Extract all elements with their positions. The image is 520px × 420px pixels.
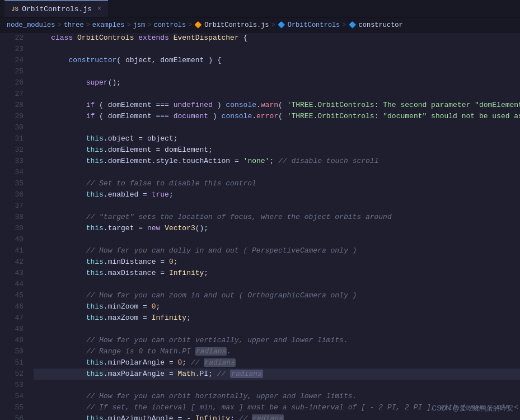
bc-filename: OrbitControls.js xyxy=(204,21,269,29)
code-line-38: // "target" sets the location of focus, … xyxy=(34,212,520,223)
bc-node-modules[interactable]: node_modules xyxy=(7,21,55,29)
code-line-54: // How far you can orbit horizontally, u… xyxy=(34,391,520,402)
bc-sep-5: > xyxy=(188,21,192,29)
ln-22: 22 xyxy=(0,32,24,44)
ln-52: 52 xyxy=(0,368,24,380)
bc-sep-2: > xyxy=(86,21,90,29)
code-line-25 xyxy=(34,66,520,77)
editor: 22 23 24 25 26 27 28 29 30 31 32 33 34 3… xyxy=(0,32,520,420)
code-line-31: this.object = object; xyxy=(34,133,520,144)
code-line-28: if ( domElement === undefined ) console.… xyxy=(34,100,520,111)
code-line-27 xyxy=(34,88,520,100)
code-line-33: this.domElement.style.touchAction = 'non… xyxy=(34,156,520,167)
breadcrumb: node_modules > three > examples > jsm > … xyxy=(0,18,520,32)
ln-33: 33 xyxy=(0,156,24,167)
ln-30: 30 xyxy=(0,122,24,133)
code-line-50: // Range is 0 to Math.PI radians. xyxy=(34,346,520,357)
code-line-45: // How far you can zoom in and out ( Ort… xyxy=(34,290,520,301)
bc-examples[interactable]: examples xyxy=(92,21,125,29)
code-line-34 xyxy=(34,167,520,178)
code-line-42: this.minDistance = 0; xyxy=(34,256,520,268)
code-line-40 xyxy=(34,234,520,245)
ln-54: 54 xyxy=(0,391,24,402)
code-line-36: this.enabled = true; xyxy=(34,189,520,200)
bc-three[interactable]: three xyxy=(64,21,84,29)
ln-34: 34 xyxy=(0,167,24,178)
bc-sep-7: > xyxy=(342,21,346,29)
ln-46: 46 xyxy=(0,301,24,312)
code-line-23 xyxy=(34,44,520,55)
file-icon: JS xyxy=(11,6,18,12)
ln-31: 31 xyxy=(0,133,24,144)
ln-37: 37 xyxy=(0,200,24,212)
code-line-24: constructor( object, domElement ) { xyxy=(34,55,520,66)
line-numbers: 22 23 24 25 26 27 28 29 30 31 32 33 34 3… xyxy=(0,32,29,420)
code-line-41: // How far you can dolly in and out ( Pe… xyxy=(34,245,520,256)
ln-51: 51 xyxy=(0,357,24,368)
ln-24: 24 xyxy=(0,55,24,66)
ln-49: 49 xyxy=(0,335,24,346)
ln-55: 55 xyxy=(0,402,24,413)
ln-23: 23 xyxy=(0,44,24,55)
editor-tab[interactable]: JS OrbitControls.js × xyxy=(4,0,108,17)
bc-constructor: constructor xyxy=(359,21,403,29)
ln-28: 28 xyxy=(0,100,24,111)
code-line-51: this.minPolarAngle = 0; // radians xyxy=(34,357,520,368)
bc-class-icon: 🔷 xyxy=(278,21,285,29)
bc-sep-3: > xyxy=(127,21,130,29)
code-line-32: this.domElement = domElement; xyxy=(34,144,520,156)
ln-50: 50 xyxy=(0,346,24,357)
ln-43: 43 xyxy=(0,268,24,279)
ln-47: 47 xyxy=(0,312,24,324)
code-line-52: this.maxPolarAngle = Math.PI; // radians xyxy=(34,368,520,380)
ln-38: 38 xyxy=(0,212,24,223)
ln-35: 35 xyxy=(0,178,24,189)
code-line-37 xyxy=(34,200,520,212)
bc-sep-1: > xyxy=(57,21,61,29)
bc-class[interactable]: OrbitControls xyxy=(288,21,340,29)
bc-ctor-icon: 🔷 xyxy=(349,21,357,29)
code-line-26: super(); xyxy=(34,77,520,88)
ln-42: 42 xyxy=(0,256,24,268)
ln-40: 40 xyxy=(0,234,24,245)
code-line-48 xyxy=(34,324,520,335)
ln-36: 36 xyxy=(0,189,24,200)
code-line-47: this.maxZoom = Infinity; xyxy=(34,312,520,324)
code-line-46: this.minZoom = 0; xyxy=(34,301,520,312)
code-line-43: this.maxDistance = Infinity; xyxy=(34,268,520,279)
ln-32: 32 xyxy=(0,144,24,156)
bc-sep-4: > xyxy=(147,21,151,29)
watermark: CSDN @爱吃烧鸭蛋的叶安 xyxy=(432,404,513,413)
bc-controls[interactable]: controls xyxy=(153,21,186,29)
code-area: class OrbitControls extends EventDispatc… xyxy=(29,32,520,420)
ln-26: 26 xyxy=(0,77,24,88)
ln-48: 48 xyxy=(0,324,24,335)
code-line-56: this.minAzimuthAngle = - Infinity; // ra… xyxy=(34,413,520,420)
ln-56: 56 xyxy=(0,413,24,420)
code-line-39: this.target = new Vector3(); xyxy=(34,223,520,234)
ln-53: 53 xyxy=(0,380,24,391)
ln-44: 44 xyxy=(0,279,24,290)
ln-41: 41 xyxy=(0,245,24,256)
code-line-35: // Set to false to disable this control xyxy=(34,178,520,189)
code-line-29: if ( domElement === document ) console.e… xyxy=(34,111,520,122)
ln-29: 29 xyxy=(0,111,24,122)
ln-39: 39 xyxy=(0,223,24,234)
code-line-22: class OrbitControls extends EventDispatc… xyxy=(34,32,520,44)
title-bar: JS OrbitControls.js × xyxy=(0,0,520,18)
code-line-30 xyxy=(34,122,520,133)
code-line-44 xyxy=(34,279,520,290)
ln-27: 27 xyxy=(0,88,24,100)
bc-sep-6: > xyxy=(271,21,275,29)
tab-label: OrbitControls.js xyxy=(22,5,92,13)
bc-jsm[interactable]: jsm xyxy=(133,21,146,29)
ln-25: 25 xyxy=(0,66,24,77)
code-line-49: // How far you can orbit vertically, upp… xyxy=(34,335,520,346)
bc-file-icon: 🔶 xyxy=(194,21,202,29)
ln-45: 45 xyxy=(0,290,24,301)
tab-close-button[interactable]: × xyxy=(97,5,101,13)
code-line-53 xyxy=(34,380,520,391)
